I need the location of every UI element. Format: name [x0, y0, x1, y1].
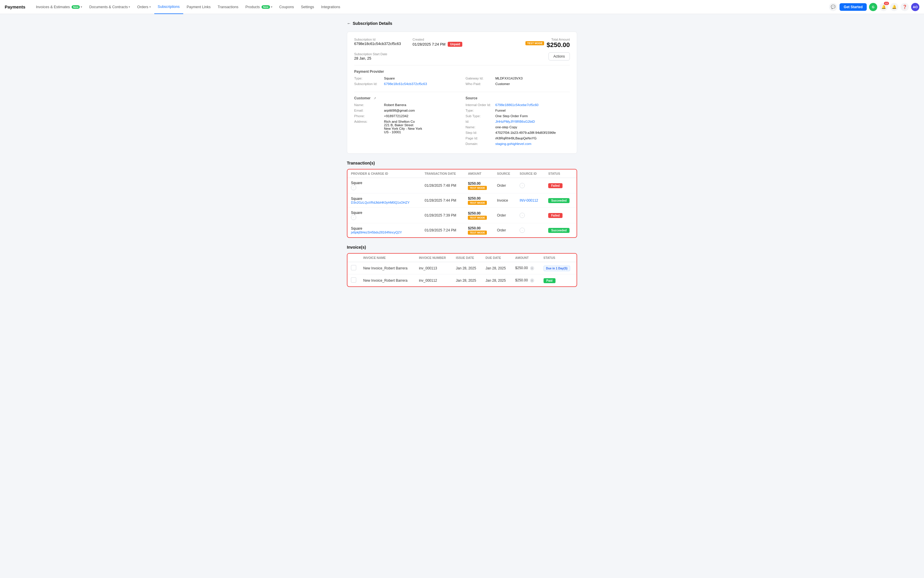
- col-issue-date: Issue Date: [452, 254, 482, 262]
- nav-subscriptions[interactable]: Subscriptions: [154, 0, 183, 14]
- tx-amount-3: $250.00 TEST MODE: [464, 208, 493, 223]
- inv-issue-date-2: Jan 28, 2025: [452, 274, 482, 287]
- source-type-value: Funnel: [495, 109, 505, 112]
- inv-number-2: inv_000112: [416, 274, 452, 287]
- customer-address-row: Address: Rich and Shelton Co 221 B, Bake…: [354, 120, 458, 134]
- invoices-heading: Invoice(s): [347, 245, 577, 250]
- nav-links: Invoices & Estimates New ▾ Documents & C…: [32, 0, 829, 14]
- customer-email-value: arpittt98@gmail.com: [384, 109, 415, 112]
- nav-documents[interactable]: Documents & Contracts ▾: [86, 0, 133, 14]
- tx-provider-2: Square D3n2GzLQuVRdJkbHK0yHM0Q1sOHZY: [348, 193, 421, 208]
- created-value: 01/28/2025 7:24 PM: [412, 42, 446, 47]
- back-link[interactable]: ← Subscription Details: [347, 21, 577, 26]
- nav-right: 💬 Get Started G 🔔 13 🔔 ❓ AO: [829, 3, 919, 11]
- nav-invoices-badge: New: [71, 5, 80, 9]
- nav-invoices-label: Invoices & Estimates: [36, 5, 70, 9]
- inv-status-2: Paid: [540, 274, 576, 287]
- provider-type-value: Square: [384, 76, 395, 80]
- get-started-button[interactable]: Get Started: [840, 3, 867, 11]
- tx-test-mode-2: TEST MODE: [468, 201, 487, 205]
- provider-sub-id-value[interactable]: 6798e18c61c54cb372cf5c63: [384, 82, 427, 86]
- total-amount-value: $250.00: [546, 41, 570, 49]
- source-domain-value[interactable]: staging.gohighlevel.com: [495, 142, 531, 146]
- tx-amount-2: $250.00 TEST MODE: [464, 193, 493, 208]
- customer-name-row: Name: Robert Barrera: [354, 103, 458, 107]
- tx-source-id-2: INV-000112: [516, 193, 545, 208]
- page-title: Subscription Details: [353, 21, 392, 26]
- checkbox-icon-2[interactable]: [351, 277, 356, 283]
- tx-date-4: 01/28/2025 7:24 PM: [421, 223, 464, 237]
- nav-documents-chevron: ▾: [128, 5, 130, 8]
- nav-transactions[interactable]: Transactions: [214, 0, 242, 14]
- help-icon[interactable]: ❓: [901, 3, 909, 11]
- nav-payment-links[interactable]: Payment Links: [183, 0, 214, 14]
- source-type-label: Type:: [466, 109, 492, 112]
- source-domain-row: Domain: staging.gohighlevel.com: [466, 142, 570, 146]
- checkbox-icon-1[interactable]: [351, 265, 356, 270]
- page-container: ← Subscription Details Subscription Id 6…: [342, 14, 582, 294]
- gateway-id-label: Gateway Id:: [466, 76, 492, 80]
- tx-status-1: Failed: [545, 178, 576, 193]
- created-block: Created 01/28/2025 7:24 PM Unpaid: [412, 38, 462, 47]
- source-step-id-row: Step Id: 47027f34-1b23-4979-a38f-94d83f1…: [466, 131, 570, 135]
- source-internal-order-id-value[interactable]: 6798e18861c54cebe7cf5c60: [495, 103, 539, 107]
- transactions-table-header: PROVIDER & CHARGE ID TRANSACTION DATE AM…: [348, 169, 576, 178]
- source-section: Source Internal Order Id: 6798e18861c54c…: [466, 96, 570, 148]
- nav-settings[interactable]: Settings: [297, 0, 318, 14]
- tx-charge-id-2[interactable]: D3n2GzLQuVRdJkbHK0yHM0Q1sOHZY: [351, 201, 417, 204]
- tx-charge-id-4[interactable]: jx6pkj0tHezSH5bdu28164NncyQ2Y: [351, 231, 417, 234]
- created-label: Created: [412, 38, 462, 41]
- inv-checkbox-1: [348, 262, 360, 274]
- tx-source-id-link-2[interactable]: INV-000112: [520, 198, 538, 203]
- transactions-table: PROVIDER & CHARGE ID TRANSACTION DATE AM…: [348, 169, 576, 237]
- brand-label: Payments: [5, 4, 26, 9]
- tx-date-2: 01/28/2025 7:44 PM: [421, 193, 464, 208]
- source-id-value[interactable]: JHHzPMyJfY8RB6sG2btD: [495, 120, 535, 123]
- who-paid-label: Who Paid:: [466, 82, 492, 86]
- actions-button[interactable]: Actions: [549, 52, 570, 60]
- provider-type-row: Type: Square: [354, 76, 458, 80]
- customer-phone-label: Phone:: [354, 114, 380, 118]
- nav-integrations-label: Integrations: [321, 5, 340, 9]
- customer-external-link-icon[interactable]: ↗: [373, 96, 376, 100]
- nav-coupons[interactable]: Coupons: [276, 0, 297, 14]
- provider-sub-id-row: Subscription Id: 6798e18c61c54cb372cf5c6…: [354, 82, 458, 86]
- invoices-table: Invoice Name Invoice Number Issue Date D…: [348, 254, 576, 286]
- provider-type-label: Type:: [354, 76, 380, 80]
- inv-status-1: Due in 1 Day(S): [540, 262, 576, 274]
- tx-test-mode-4: TEST MODE: [468, 231, 487, 235]
- tx-source-1: Order: [494, 178, 516, 193]
- back-arrow-icon: ←: [347, 21, 351, 26]
- customer-address-value: Rich and Shelton Co 221 B, Baker Street …: [384, 120, 422, 134]
- nav-orders[interactable]: Orders ▾: [133, 0, 154, 14]
- inv-amount-1: $250.00 i: [512, 262, 540, 274]
- amount-info-icon-1: i: [530, 266, 534, 270]
- tx-provider-1: Square ·: [348, 178, 421, 193]
- payment-provider-title: Payment Provider: [354, 70, 570, 74]
- customer-name-label: Name:: [354, 103, 380, 107]
- user-avatar-g[interactable]: G: [869, 3, 877, 11]
- chat-icon[interactable]: 💬: [829, 3, 837, 11]
- nav-orders-chevron: ▾: [149, 5, 151, 8]
- user-avatar-ao[interactable]: AO: [911, 3, 919, 11]
- bell-icon[interactable]: 🔔: [890, 3, 898, 11]
- notification-icon[interactable]: 🔔 13: [880, 3, 888, 11]
- provider-sub-id-label: Subscription Id:: [354, 82, 380, 86]
- col-checkbox: [348, 254, 360, 262]
- nav-payment-links-label: Payment Links: [187, 5, 211, 9]
- nav-invoices[interactable]: Invoices & Estimates New ▾: [32, 0, 86, 14]
- col-amount: Amount: [512, 254, 540, 262]
- nav-products[interactable]: Products New ▾: [242, 0, 276, 14]
- tx-amount-4: $250.00 TEST MODE: [464, 223, 493, 237]
- nav-transactions-label: Transactions: [218, 5, 239, 9]
- col-transaction-date: TRANSACTION DATE: [421, 169, 464, 178]
- source-id-label: Id:: [466, 120, 492, 123]
- inv-number-1: inv_000113: [416, 262, 452, 274]
- source-sub-type-value: One Step Order Form: [495, 114, 528, 118]
- source-name-row: Name: one-step Copy: [466, 125, 570, 129]
- gateway-id-row: Gateway Id: MLDFXX14J3VX3: [466, 76, 570, 80]
- customer-phone-value: +918977212342: [384, 114, 408, 118]
- tx-source-3: Order: [494, 208, 516, 223]
- source-step-id-label: Step Id:: [466, 131, 492, 135]
- nav-integrations[interactable]: Integrations: [318, 0, 344, 14]
